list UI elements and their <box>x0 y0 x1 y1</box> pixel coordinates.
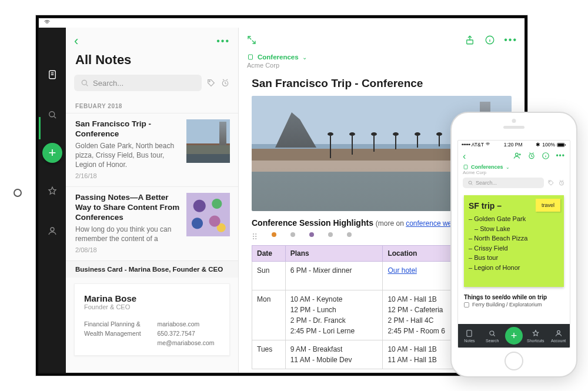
tab-label: Search <box>486 339 499 343</box>
bizcard-header: Business Card - Marina Bose, Founder & C… <box>66 260 238 278</box>
search-input[interactable]: Search... <box>74 75 202 91</box>
note-item-date: 2/08/18 <box>75 246 181 253</box>
phone-tab-bar: Notes Search + Shortcuts Account <box>458 324 570 347</box>
ipad-home-button[interactable] <box>14 189 22 197</box>
rail-search-icon[interactable] <box>39 103 66 126</box>
notes-list-title: All Notes <box>66 51 238 75</box>
expand-icon[interactable] <box>246 34 258 46</box>
notebook-icon <box>247 54 254 61</box>
phone-status-bar: ••••• AT&T 1:20 PM ✱ 100% <box>458 141 570 149</box>
tab-account[interactable]: Account <box>549 329 569 343</box>
detail-more-button[interactable]: ••• <box>504 35 517 45</box>
svg-rect-11 <box>565 144 566 145</box>
bizcard-name: Marina Bose <box>84 293 220 303</box>
tag-dot[interactable] <box>290 232 295 237</box>
sticky-item: Bus tour <box>469 253 559 263</box>
section-more-prefix: (more on <box>376 219 406 228</box>
tag-icon[interactable] <box>547 179 554 186</box>
account-label: Acme Corp <box>239 62 524 75</box>
search-placeholder: Search... <box>93 79 123 88</box>
svg-point-1 <box>49 112 55 117</box>
bizcard-email: me@mariabose.com <box>158 339 220 348</box>
svg-point-12 <box>516 153 519 156</box>
share-icon[interactable] <box>464 34 476 46</box>
sticky-note[interactable]: travel SF trip – Golden Gate Park Stow L… <box>464 195 564 287</box>
ipad-sidebar-rail: + <box>39 28 66 373</box>
back-button[interactable]: ‹ <box>74 34 78 49</box>
bizcard-left1: Financial Planning & <box>84 320 147 329</box>
sticky-item: Legion of Honor <box>469 263 559 273</box>
sticky-item: North Beach Pizza <box>469 233 559 243</box>
note-item-title: San Francisco Trip - Conference <box>75 119 181 139</box>
phone-more-button[interactable]: ••• <box>556 152 565 161</box>
phone-search-input[interactable]: Search... <box>463 178 544 188</box>
notebook-crumb[interactable]: Conferences <box>258 54 299 61</box>
new-note-fab[interactable]: + <box>42 143 62 163</box>
tab-label: Shortcuts <box>527 339 544 343</box>
tab-shortcuts[interactable]: Shortcuts <box>526 329 546 343</box>
sticky-item: Golden Gate Park <box>469 214 559 224</box>
phone-new-note-fab[interactable]: + <box>505 327 523 345</box>
note-item-0[interactable]: San Francisco Trip - Conference Golden G… <box>66 113 238 186</box>
chevron-down-icon[interactable]: ⌄ <box>302 54 307 61</box>
rail-active-indicator <box>39 117 41 139</box>
note-item-preview: How long do you think you can remember t… <box>75 225 181 243</box>
bizcard-phone: 650.372.7547 <box>158 329 220 339</box>
wifi-icon <box>44 19 51 27</box>
chevron-down-icon[interactable]: ⌄ <box>506 165 510 170</box>
rail-account-icon[interactable] <box>39 219 66 243</box>
info-icon[interactable] <box>542 152 550 161</box>
checkbox-icon[interactable] <box>464 302 469 308</box>
cell-date: Tues <box>252 340 286 369</box>
cell-plans: 9 AM - Breakfast 11 AM - Mobile Dev <box>285 340 383 369</box>
phone-account-label: Acme Corp <box>458 170 570 178</box>
sticky-pin: travel <box>536 199 560 212</box>
reminder-icon[interactable] <box>527 152 536 161</box>
tab-search[interactable]: Search <box>482 329 502 343</box>
phone-checklist-item[interactable]: Ferry Building / Exploratorium <box>458 302 570 308</box>
tag-dot[interactable] <box>328 232 333 237</box>
th-plans: Plans <box>285 246 383 262</box>
drag-handle-icon[interactable]: ⠿ <box>252 232 258 242</box>
phone-note-title: Things to see/do while on trip <box>458 290 570 302</box>
phone-notebook-crumb[interactable]: Conferences <box>471 164 503 170</box>
note-item-preview: Golden Gate Park, North beach pizza, Cri… <box>75 141 181 170</box>
tab-notes[interactable]: Notes <box>459 329 479 343</box>
note-item-1[interactable]: Passing Notes—A Better Way to Share Cont… <box>66 186 238 260</box>
phone-back-button[interactable]: ‹ <box>463 151 466 162</box>
add-person-icon[interactable] <box>513 152 522 161</box>
battery-label: 100% <box>542 142 555 148</box>
svg-rect-15 <box>464 165 467 169</box>
reminder-icon[interactable] <box>558 179 565 186</box>
tab-label: Account <box>551 339 566 343</box>
info-icon[interactable] <box>484 34 496 46</box>
cell-plans: 10 AM - Keynote 12 PM - Lunch 2 PM - Dr.… <box>285 290 383 340</box>
note-title: San Francisco Trip - Conference <box>239 75 524 96</box>
svg-point-21 <box>557 330 560 333</box>
sticky-head: SF trip <box>469 201 495 210</box>
bizcard-role: Founder & CEO <box>84 303 220 310</box>
iphone-home-button[interactable] <box>505 352 523 370</box>
phone-check-label: Ferry Building / Exploratorium <box>472 302 542 308</box>
month-header: FEBUARY 2018 <box>66 97 238 113</box>
svg-rect-6 <box>467 40 473 44</box>
hotel-link[interactable]: Our hotel <box>387 266 416 275</box>
time-label: 1:20 PM <box>504 142 523 148</box>
tag-icon[interactable] <box>206 78 216 88</box>
iphone-speaker <box>503 126 524 129</box>
cell-date: Mon <box>252 290 286 340</box>
cell-date: Sun <box>252 262 286 290</box>
sticky-item: Stow Lake <box>475 224 559 234</box>
tag-dot[interactable] <box>347 232 352 237</box>
iphone-sensor <box>512 119 516 123</box>
tag-dot[interactable] <box>309 232 314 237</box>
reminder-icon[interactable] <box>220 78 230 88</box>
list-more-button[interactable]: ••• <box>216 36 230 46</box>
iphone-screen: ••••• AT&T 1:20 PM ✱ 100% ‹ ••• Conferen… <box>457 140 570 348</box>
rail-notes-icon[interactable] <box>39 63 66 86</box>
bizcard[interactable]: Marina Bose Founder & CEO Financial Plan… <box>74 283 230 355</box>
rail-star-icon[interactable] <box>39 179 66 203</box>
note-thumbnail <box>186 119 230 163</box>
tag-dot[interactable] <box>272 232 276 237</box>
tab-label: Notes <box>464 339 475 343</box>
